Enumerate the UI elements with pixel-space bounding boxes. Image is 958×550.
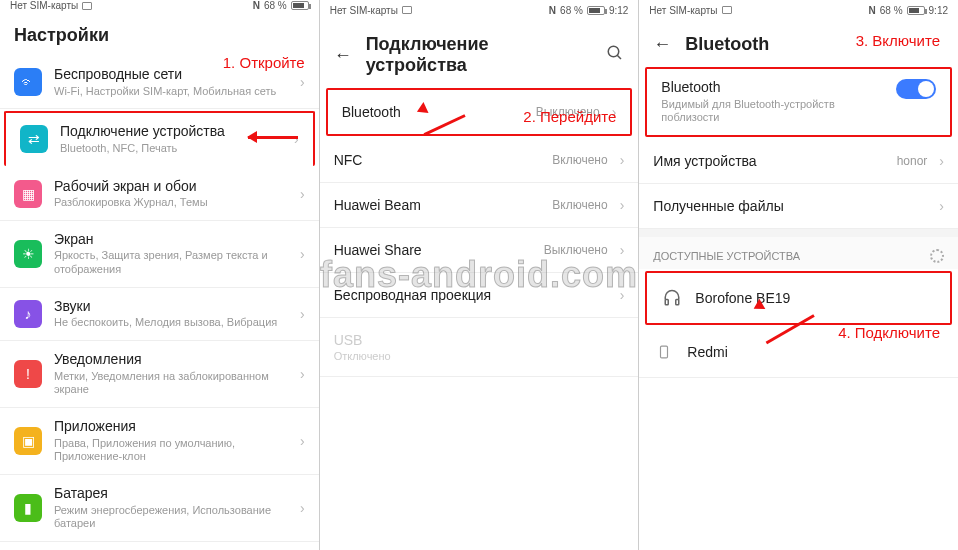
header: ← Bluetooth <box>639 20 958 65</box>
apps-icon: ▣ <box>14 427 42 455</box>
row-value: Выключено <box>536 105 600 119</box>
chevron-right-icon: › <box>620 287 625 303</box>
row-received-files[interactable]: Полученные файлы › <box>639 184 958 229</box>
chevron-right-icon: › <box>620 242 625 258</box>
svg-rect-2 <box>666 300 669 305</box>
sim-icon <box>402 6 412 14</box>
page-title: Bluetooth <box>685 34 944 55</box>
row-bluetooth[interactable]: Bluetooth Выключено › <box>326 88 633 136</box>
row-label: Huawei Share <box>334 242 532 258</box>
row-title: Беспроводные сети <box>54 66 288 84</box>
toggle-sub: Видимый для Bluetooth-устройств поблизос… <box>661 98 884 126</box>
status-bar: Нет SIM-карты N 68 % 9:12 <box>320 0 639 20</box>
wifi-icon: ᯤ <box>14 68 42 96</box>
status-bar: Нет SIM-карты N 68 % <box>0 0 319 11</box>
chevron-right-icon: › <box>620 152 625 168</box>
row-wireless-projection[interactable]: Беспроводная проекция › <box>320 273 639 318</box>
chevron-right-icon: › <box>939 198 944 214</box>
row-nfc[interactable]: NFC Включено › <box>320 138 639 183</box>
svg-line-1 <box>618 55 622 59</box>
row-label: Полученные файлы <box>653 198 927 214</box>
status-bar: Нет SIM-карты N 68 % 9:12 <box>639 0 958 20</box>
header: ← Подключение устройства <box>320 20 639 86</box>
device-name: Borofone BE19 <box>695 290 936 306</box>
chevron-right-icon: › <box>294 131 299 147</box>
svg-rect-4 <box>661 346 668 358</box>
row-label: Имя устройства <box>653 153 884 169</box>
row-value: Включено <box>552 153 607 167</box>
panel-settings: Нет SIM-карты N 68 % Настройки 1. Открой… <box>0 0 320 550</box>
clock: 9:12 <box>929 5 948 16</box>
nfc-icon: N <box>253 0 260 11</box>
row-device-connection[interactable]: ⇄ Подключение устройства Bluetooth, NFC,… <box>4 111 315 165</box>
row-label: USB <box>334 332 363 348</box>
page-title: Настройки <box>14 25 305 46</box>
row-sub: Режим энергосбережения, Использование ба… <box>54 504 288 532</box>
battery-percent: 68 % <box>264 0 287 11</box>
row-notifications[interactable]: ! Уведомления Метки, Уведомления на забл… <box>0 341 319 408</box>
battery-icon <box>291 1 309 10</box>
row-bluetooth-toggle[interactable]: Bluetooth Видимый для Bluetooth-устройст… <box>645 67 952 137</box>
chevron-right-icon: › <box>300 366 305 382</box>
sim-status: Нет SIM-карты <box>330 5 398 16</box>
chevron-right-icon: › <box>300 186 305 202</box>
headphones-icon <box>661 287 683 309</box>
row-sub: Отключено <box>334 350 391 362</box>
device-redmi[interactable]: Redmi <box>639 327 958 378</box>
sim-icon <box>82 2 92 10</box>
panel-device-connection: Нет SIM-карты N 68 % 9:12 ← Подключение … <box>320 0 640 550</box>
row-home-wallpaper[interactable]: ▦ Рабочий экран и обои Разблокировка Жур… <box>0 168 319 221</box>
row-sub: Яркость, Защита зрения, Размер текста и … <box>54 249 288 277</box>
row-huawei-share[interactable]: Huawei Share Выключено › <box>320 228 639 273</box>
row-battery[interactable]: ▮ Батарея Режим энергосбережения, Исполь… <box>0 475 319 542</box>
device-name: Redmi <box>687 344 944 360</box>
row-device-name[interactable]: Имя устройства honor › <box>639 139 958 184</box>
sound-icon: ♪ <box>14 300 42 328</box>
row-huawei-beam[interactable]: Huawei Beam Включено › <box>320 183 639 228</box>
battery-icon <box>907 6 925 15</box>
row-title: Батарея <box>54 485 288 503</box>
search-button[interactable] <box>606 44 624 67</box>
row-label: NFC <box>334 152 541 168</box>
section-gap <box>639 229 958 237</box>
row-wireless[interactable]: ᯤ Беспроводные сети Wi-Fi, Настройки SIM… <box>0 56 319 109</box>
row-display[interactable]: ☀ Экран Яркость, Защита зрения, Размер т… <box>0 221 319 288</box>
device-borofone[interactable]: Borofone BE19 <box>645 271 952 325</box>
battery-percent: 68 % <box>560 5 583 16</box>
bluetooth-toggle[interactable] <box>896 79 936 99</box>
bell-icon: ! <box>14 360 42 388</box>
row-title: Экран <box>54 231 288 249</box>
back-button[interactable]: ← <box>653 34 671 55</box>
row-title: Приложения <box>54 418 288 436</box>
chevron-right-icon: › <box>612 104 617 120</box>
row-sub: Права, Приложения по умолчанию, Приложен… <box>54 437 288 465</box>
row-title: Подключение устройства <box>60 123 282 141</box>
spinner-icon <box>930 249 944 263</box>
battery-icon: ▮ <box>14 494 42 522</box>
row-sounds[interactable]: ♪ Звуки Не беспокоить, Мелодия вызова, В… <box>0 288 319 341</box>
toggle-label: Bluetooth <box>661 79 884 97</box>
row-apps[interactable]: ▣ Приложения Права, Приложения по умолча… <box>0 408 319 475</box>
row-usb: USB Отключено <box>320 318 639 377</box>
section-title: ДОСТУПНЫЕ УСТРОЙСТВА <box>653 250 800 262</box>
phone-icon <box>653 341 675 363</box>
chevron-right-icon: › <box>300 246 305 262</box>
connection-icon: ⇄ <box>20 125 48 153</box>
back-button[interactable]: ← <box>334 45 352 66</box>
row-sub: Не беспокоить, Мелодия вызова, Вибрация <box>54 316 288 330</box>
page-title: Подключение устройства <box>366 34 593 76</box>
wallpaper-icon: ▦ <box>14 180 42 208</box>
row-value: Включено <box>552 198 607 212</box>
chevron-right-icon: › <box>300 500 305 516</box>
row-title: Рабочий экран и обои <box>54 178 288 196</box>
svg-rect-3 <box>676 300 679 305</box>
row-title: Звуки <box>54 298 288 316</box>
row-sub: Разблокировка Журнал, Темы <box>54 196 288 210</box>
row-memory[interactable]: ◉ Память <box>0 542 319 550</box>
header: Настройки <box>0 11 319 56</box>
row-label: Беспроводная проекция <box>334 287 608 303</box>
chevron-right-icon: › <box>300 306 305 322</box>
nfc-icon: N <box>869 5 876 16</box>
row-value: Выключено <box>544 243 608 257</box>
nfc-icon: N <box>549 5 556 16</box>
